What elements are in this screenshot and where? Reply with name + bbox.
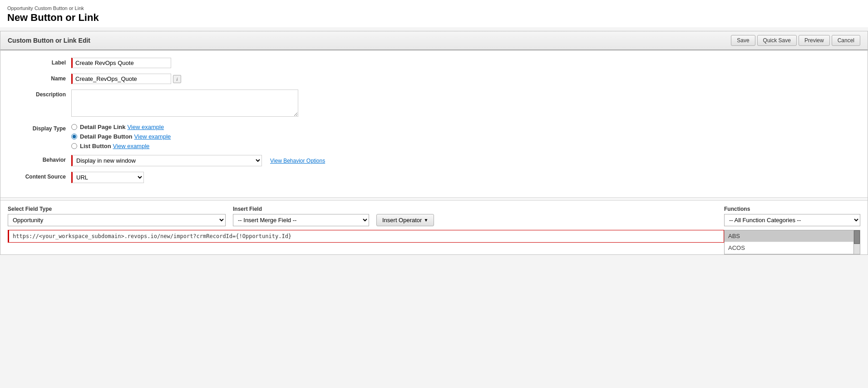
detail-page-button-example[interactable]: View example [134, 133, 171, 140]
name-field-wrap: i [71, 74, 860, 84]
save-button[interactable]: Save [731, 35, 755, 46]
label-field-label: Label [8, 58, 71, 66]
select-field-type-label: Select Field Type [8, 206, 226, 212]
display-type-option-2: Detail Page Button View example [71, 133, 860, 140]
display-type-row: Display Type Detail Page Link View examp… [0, 124, 868, 149]
bottom-section: Select Field Type Opportunity Account Co… [0, 200, 868, 254]
panel-header-buttons: Save Quick Save Preview Cancel [731, 35, 860, 46]
detail-page-button-radio[interactable] [71, 134, 77, 139]
insert-field-select[interactable]: -- Insert Merge Field -- [233, 214, 369, 226]
preview-button[interactable]: Preview [799, 35, 830, 46]
display-type-option-1: Detail Page Link View example [71, 124, 860, 130]
functions-group: Functions -- All Function Categories -- … [724, 206, 860, 226]
detail-page-link-label: Detail Page Link [80, 124, 125, 130]
display-type-option-3: List Button View example [71, 143, 860, 149]
behavior-wrap: Display in new window Execute JavaScript… [71, 155, 860, 166]
description-field-label: Description [8, 90, 71, 98]
display-type-label: Display Type [8, 124, 71, 132]
description-row: Description [0, 90, 868, 118]
function-item-abs[interactable]: ABS [725, 230, 853, 242]
functions-label: Functions [724, 206, 860, 212]
detail-page-link-radio[interactable] [71, 124, 77, 130]
label-field-wrap [71, 58, 860, 68]
url-input[interactable] [8, 230, 724, 243]
content-source-wrap: URL Visualforce Page OnClick JavaScript [71, 172, 860, 183]
insert-operator-label: Insert Operator [382, 217, 422, 224]
functions-list: ABS ACOS [725, 230, 853, 254]
bottom-row1: Select Field Type Opportunity Account Co… [8, 206, 860, 226]
behavior-row: Behavior Display in new window Execute J… [0, 155, 868, 166]
scrollbar-track[interactable] [853, 230, 860, 254]
panel-header: Custom Button or Link Edit Save Quick Sa… [0, 31, 868, 50]
form-divider [0, 198, 868, 198]
page-header: Opportunity Custom Button or Link New Bu… [0, 0, 868, 27]
display-type-radio-group: Detail Page Link View example Detail Pag… [71, 124, 860, 149]
insert-operator-arrow-icon: ▼ [424, 218, 428, 223]
url-and-functions: ABS ACOS [8, 230, 860, 254]
url-section [8, 230, 724, 243]
list-button-example[interactable]: View example [113, 143, 150, 149]
description-field-wrap [71, 90, 860, 118]
form-section: Label Name i Description [0, 50, 868, 196]
list-button-radio[interactable] [71, 143, 77, 149]
main-panel: Custom Button or Link Edit Save Quick Sa… [0, 31, 868, 255]
quick-save-button[interactable]: Quick Save [757, 35, 797, 46]
name-field-label: Name [8, 74, 71, 82]
display-type-wrap: Detail Page Link View example Detail Pag… [71, 124, 860, 149]
behavior-select[interactable]: Display in new window Execute JavaScript… [71, 155, 262, 166]
view-behavior-options-link[interactable]: View Behavior Options [270, 158, 325, 164]
list-button-label: List Button [80, 143, 111, 149]
name-row: Name i [0, 74, 868, 84]
functions-select[interactable]: -- All Function Categories -- Date and T… [724, 214, 860, 226]
select-field-type-select[interactable]: Opportunity Account Contact Lead Case [8, 214, 226, 226]
name-info-button[interactable]: i [173, 75, 181, 83]
insert-field-group: Insert Field -- Insert Merge Field -- [233, 206, 369, 226]
label-input[interactable] [71, 58, 171, 68]
select-field-type-group: Select Field Type Opportunity Account Co… [8, 206, 226, 226]
name-input[interactable] [71, 74, 171, 84]
insert-operator-group: x Insert Operator ▼ [376, 206, 434, 226]
label-row: Label [0, 58, 868, 68]
breadcrumb: Opportunity Custom Button or Link [7, 5, 861, 11]
insert-field-label: Insert Field [233, 206, 369, 212]
behavior-label: Behavior [8, 155, 71, 163]
scrollbar-thumb[interactable] [854, 230, 860, 244]
content-source-row: Content Source URL Visualforce Page OnCl… [0, 172, 868, 183]
page-title: New Button or Link [7, 12, 861, 24]
cancel-button[interactable]: Cancel [832, 35, 860, 46]
panel-header-title: Custom Button or Link Edit [8, 37, 90, 44]
insert-operator-button[interactable]: Insert Operator ▼ [376, 214, 434, 226]
content-source-select[interactable]: URL Visualforce Page OnClick JavaScript [71, 172, 144, 183]
functions-dropdown-panel: ABS ACOS [724, 230, 860, 254]
function-item-acos[interactable]: ACOS [725, 242, 853, 254]
description-input[interactable] [71, 90, 298, 117]
detail-page-link-example[interactable]: View example [127, 124, 164, 130]
detail-page-button-label: Detail Page Button [80, 133, 133, 140]
content-source-label: Content Source [8, 172, 71, 180]
